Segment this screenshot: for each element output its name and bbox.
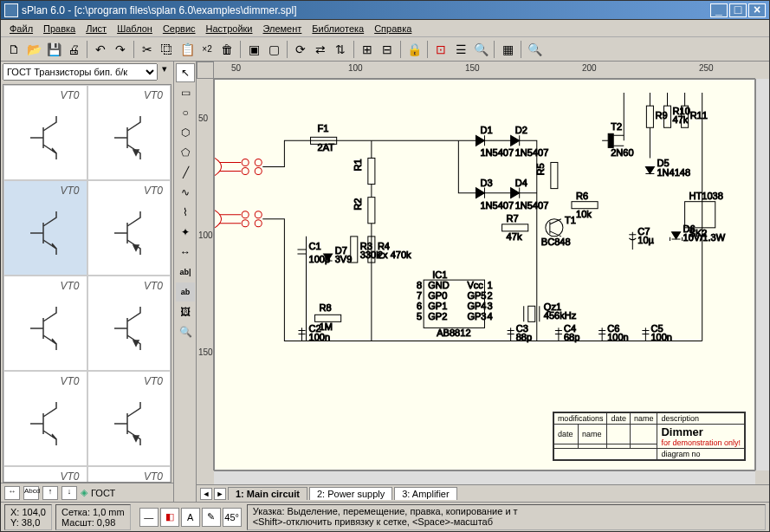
vertical-scrollbar[interactable] — [755, 79, 769, 470]
lib-down-icon[interactable]: ↓ — [61, 486, 77, 500]
tab-power-supply[interactable]: 2: Power supply — [309, 487, 392, 500]
line-tool-icon[interactable]: ╱ — [176, 163, 195, 182]
lib-abc-icon[interactable]: Abcd — [23, 486, 39, 500]
lib-check-icon[interactable]: ◈ — [81, 487, 87, 498]
svg-text:5: 5 — [417, 311, 422, 321]
maximize-button[interactable]: □ — [729, 3, 747, 17]
svg-text:R11: R11 — [690, 110, 708, 120]
node-tool-icon[interactable]: ✦ — [176, 223, 195, 242]
rotate-icon[interactable]: ⟳ — [291, 40, 310, 59]
search-icon[interactable]: 🔍 — [471, 40, 490, 59]
library-item[interactable]: VT0 — [3, 276, 87, 371]
svg-rect-21 — [368, 198, 375, 224]
bezier-tool-icon[interactable]: ⌇ — [176, 203, 195, 222]
new-icon[interactable]: 🗋 — [4, 40, 23, 59]
image-tool-icon[interactable]: 🖼 — [176, 302, 195, 321]
cut-icon[interactable]: ✂ — [138, 40, 157, 59]
library-options-icon[interactable]: ▾ — [158, 63, 171, 82]
svg-text:T2: T2 — [611, 121, 622, 132]
poly-tool-icon[interactable]: ⬠ — [176, 143, 195, 162]
list-icon[interactable]: ☰ — [451, 40, 470, 59]
dimension-tool-icon[interactable]: ↔ — [176, 243, 195, 262]
group-icon[interactable]: ⊞ — [358, 40, 377, 59]
snap-icon[interactable]: ⊡ — [431, 40, 450, 59]
svg-text:7: 7 — [417, 290, 422, 301]
lib-expand-icon[interactable]: ↔ — [4, 486, 20, 500]
undo-icon[interactable]: ↶ — [91, 40, 110, 59]
mirror-h-icon[interactable]: ⇄ — [311, 40, 330, 59]
tab-main-circuit[interactable]: 1: Main circuit — [228, 487, 307, 500]
library-dropdown[interactable]: ГОСТ Транзисторы бип. б/к — [3, 63, 158, 81]
menu-edit[interactable]: Правка — [38, 22, 81, 36]
print-icon[interactable]: 🖨 — [64, 40, 83, 59]
status-line-icon[interactable]: — — [139, 508, 159, 527]
menu-element[interactable]: Элемент — [257, 22, 307, 36]
schematic-canvas[interactable]: F1 2AT D1 1N5407 D2 — [214, 79, 755, 470]
menu-help[interactable]: Справка — [369, 22, 417, 36]
svg-text:100n: 100n — [650, 332, 672, 342]
zoom-icon[interactable]: 🔍 — [525, 40, 544, 59]
spline-tool-icon[interactable]: ∿ — [176, 183, 195, 202]
status-pen-icon[interactable]: ✎ — [202, 508, 221, 527]
svg-text:R5: R5 — [535, 163, 546, 175]
pointer-tool-icon[interactable]: ↖ — [176, 63, 195, 82]
svg-text:100n: 100n — [309, 332, 331, 342]
open-icon[interactable]: 📂 — [24, 40, 43, 59]
menu-settings[interactable]: Настройки — [201, 22, 258, 36]
tab-amplifier[interactable]: 3: Amplifier — [394, 487, 456, 500]
svg-text:GP5: GP5 — [467, 290, 486, 301]
duplicate-icon[interactable]: ×2 — [197, 40, 217, 59]
tab-next-icon[interactable]: ► — [214, 488, 226, 500]
library-item[interactable]: VT0 — [3, 85, 87, 180]
lock-icon[interactable]: 🔒 — [404, 40, 424, 59]
library-item[interactable]: VT0 — [87, 85, 171, 180]
library-item[interactable]: VT0 — [3, 180, 87, 276]
svg-text:D3: D3 — [480, 178, 492, 188]
library-item-label: VT0 — [60, 375, 79, 387]
mirror-v-icon[interactable]: ⇅ — [331, 40, 350, 59]
minimize-button[interactable]: _ — [710, 3, 728, 17]
lib-up-icon[interactable]: ↑ — [42, 486, 58, 500]
label-tool-icon[interactable]: ab — [176, 282, 195, 302]
horizontal-scrollbar[interactable] — [214, 470, 755, 484]
library-item[interactable]: VT0 — [87, 180, 171, 276]
library-item[interactable]: VT0 — [87, 276, 171, 371]
bring-front-icon[interactable]: ▣ — [244, 40, 263, 59]
menu-sheet[interactable]: Лист — [81, 22, 112, 36]
send-back-icon[interactable]: ▢ — [264, 40, 283, 59]
copy-icon[interactable]: ⿻ — [158, 40, 177, 59]
library-item[interactable]: VT0 — [3, 371, 87, 466]
grid-readout: Сетка: 1,0 mmМасшт: 0,98 — [55, 504, 131, 530]
library-item-label: VT0 — [60, 280, 79, 292]
redo-icon[interactable]: ↷ — [111, 40, 130, 59]
svg-text:2: 2 — [488, 290, 493, 301]
save-icon[interactable]: 💾 — [44, 40, 63, 59]
text-tool-icon[interactable]: ab| — [176, 263, 195, 282]
tab-prev-icon[interactable]: ◄ — [200, 488, 212, 500]
close-button[interactable]: × — [748, 3, 766, 17]
library-item-label: VT0 — [60, 89, 79, 101]
grid-icon[interactable]: ▦ — [498, 40, 517, 59]
rect-tool-icon[interactable]: ▭ — [176, 83, 195, 102]
status-font-icon[interactable]: A — [181, 508, 200, 527]
library-item[interactable]: VT0 — [3, 466, 87, 483]
library-item[interactable]: VT0 — [87, 466, 171, 483]
paste-icon[interactable]: 📋 — [178, 40, 197, 59]
status-angle-icon[interactable]: 45° — [223, 508, 242, 527]
library-item[interactable]: VT0 — [87, 371, 171, 466]
menu-library[interactable]: Библиотека — [307, 22, 369, 36]
circle-tool-icon[interactable]: ○ — [176, 103, 195, 122]
ungroup-icon[interactable]: ⊟ — [378, 40, 397, 59]
menu-file[interactable]: Файл — [4, 22, 38, 36]
svg-rect-68 — [502, 224, 528, 231]
menu-template[interactable]: Шаблон — [112, 22, 158, 36]
status-fill-icon[interactable]: ◧ — [160, 508, 179, 527]
delete-icon[interactable]: 🗑 — [217, 40, 236, 59]
svg-text:4: 4 — [488, 311, 493, 321]
special-tool-icon[interactable]: ⬡ — [176, 123, 195, 142]
app-icon — [4, 3, 18, 17]
measure-tool-icon[interactable]: 🔍 — [176, 322, 195, 341]
svg-text:C1: C1 — [309, 241, 321, 251]
menu-service[interactable]: Сервис — [158, 22, 201, 36]
statusbar: X: 104,0Y: 38,0 Сетка: 1,0 mmМасшт: 0,98… — [1, 502, 769, 531]
